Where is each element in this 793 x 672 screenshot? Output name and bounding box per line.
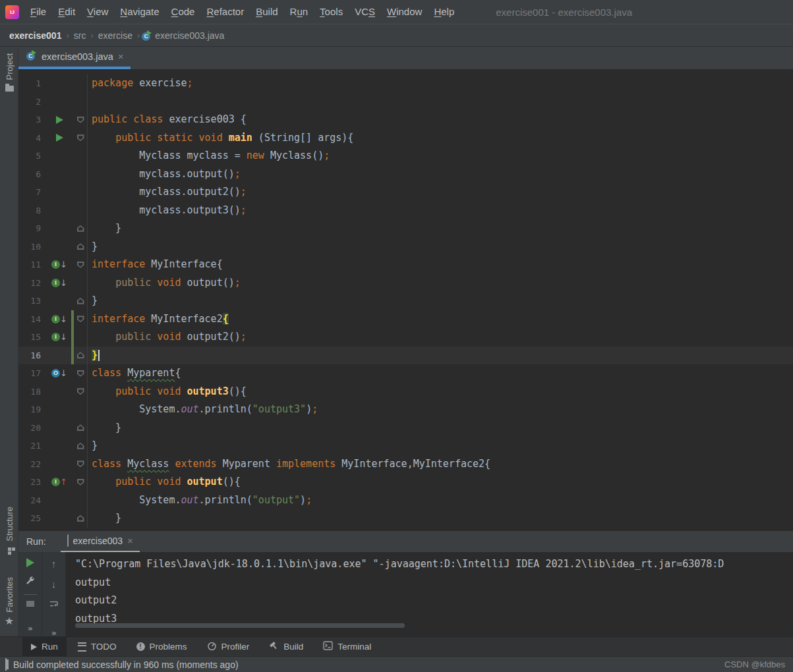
- close-icon[interactable]: ×: [118, 52, 124, 61]
- editor-line[interactable]: 1package exercise;: [18, 74, 793, 93]
- sidebar-item-project[interactable]: Project: [0, 53, 18, 92]
- menu-item-navigate[interactable]: Navigate: [114, 0, 165, 24]
- chevron-right-icon: ›: [64, 30, 71, 40]
- implemented-marker-icon: I↓: [51, 260, 67, 269]
- editor-line[interactable]: 24 System.out.println("output");: [18, 491, 793, 510]
- menu-item-view[interactable]: View: [81, 0, 114, 24]
- tool-window-button-profiler[interactable]: Profiler: [198, 637, 258, 656]
- menu-item-help[interactable]: Help: [428, 0, 460, 24]
- menu-item-build[interactable]: Build: [250, 0, 283, 24]
- editor-line[interactable]: 21}: [18, 437, 793, 455]
- menu-item-run[interactable]: Run: [284, 0, 314, 24]
- run-tab-exercise003[interactable]: exercise003 ×: [61, 531, 140, 553]
- breadcrumb-item[interactable]: exercise: [96, 30, 135, 41]
- gutter-icon-slot[interactable]: I↓: [47, 260, 71, 269]
- console-output[interactable]: "C:\Program Files\Java\jdk-18.0.1.1\bin\…: [66, 552, 793, 636]
- editor-line[interactable]: 23I↑ public void output(){: [18, 473, 793, 491]
- tool-window-button-terminal[interactable]: Terminal: [314, 637, 380, 656]
- line-number: 24: [18, 495, 47, 505]
- editor-line[interactable]: 15I↓ public void output2();: [18, 328, 793, 347]
- gutter-icon-slot[interactable]: I↑: [47, 477, 71, 487]
- soft-wrap-icon[interactable]: [49, 599, 59, 611]
- fold-marker-slot[interactable]: [74, 383, 88, 401]
- editor-line[interactable]: 22class Myclass extends Myparent impleme…: [18, 455, 793, 474]
- gutter-icon-slot[interactable]: O↓: [47, 368, 71, 378]
- rerun-icon[interactable]: [26, 558, 34, 567]
- fold-marker-slot[interactable]: [74, 437, 88, 455]
- menu-item-refactor[interactable]: Refactor: [200, 0, 250, 24]
- code-editor[interactable]: 1package exercise;23public class exercis…: [18, 69, 793, 530]
- editor-line[interactable]: 11I↓interface MyInterface{: [18, 256, 793, 274]
- editor-line[interactable]: 13}: [18, 292, 793, 310]
- editor-line[interactable]: 12I↓ public void output();: [18, 274, 793, 293]
- sidebar-item-structure[interactable]: Structure: [0, 507, 18, 551]
- editor-line[interactable]: 25 }: [18, 509, 793, 528]
- fold-marker-slot[interactable]: [74, 473, 88, 491]
- editor-line[interactable]: 19 System.out.println("output3");: [18, 401, 793, 419]
- fold-marker-slot[interactable]: [74, 419, 88, 437]
- fold-marker-slot: [74, 165, 88, 184]
- breadcrumb-item[interactable]: exercise001: [7, 30, 64, 41]
- editor-line[interactable]: 8 myclass.output3();: [18, 202, 793, 220]
- menu-item-tools[interactable]: Tools: [314, 0, 349, 24]
- tool-window-button-run[interactable]: Run: [22, 637, 67, 656]
- console-line: output: [75, 574, 793, 592]
- editor-line[interactable]: 3public class exercise003 {: [18, 111, 793, 129]
- tool-window-stripe: Project Structure Favorites ★: [0, 47, 18, 636]
- tool-window-button-todo[interactable]: TODO: [69, 637, 125, 656]
- menu-item-edit[interactable]: Edit: [52, 0, 81, 24]
- fold-marker-slot[interactable]: [74, 455, 88, 474]
- wrench-icon[interactable]: [25, 576, 35, 588]
- fold-marker-slot[interactable]: [74, 292, 88, 310]
- editor-line[interactable]: 4 public static void main (String[] args…: [18, 129, 793, 148]
- editor-line[interactable]: 7 myclass.output2();: [18, 183, 793, 202]
- gutter-icon-slot[interactable]: I↓: [47, 314, 71, 324]
- arrow-up-icon[interactable]: [51, 558, 57, 570]
- line-number: 5: [18, 151, 47, 161]
- gutter-icon-slot[interactable]: [47, 116, 71, 124]
- fold-marker-slot[interactable]: [74, 238, 88, 256]
- console-toolbar-right: [42, 552, 66, 636]
- fold-marker-slot[interactable]: [74, 256, 88, 274]
- fold-marker-slot[interactable]: [74, 364, 88, 383]
- editor-line[interactable]: 14I↓interface MyInterface2{: [18, 310, 793, 329]
- close-icon[interactable]: ×: [127, 536, 133, 546]
- fold-marker-slot[interactable]: [74, 347, 88, 365]
- code-text: public static void main (String[] args){: [88, 129, 793, 148]
- menu-item-window[interactable]: Window: [381, 0, 428, 24]
- sidebar-item-favorites[interactable]: Favorites ★: [0, 577, 18, 626]
- fold-marker-slot[interactable]: [74, 129, 88, 148]
- editor-line[interactable]: 5 Myclass myclass = new Myclass();: [18, 147, 793, 165]
- fold-marker-slot: [74, 202, 88, 220]
- editor-line[interactable]: 18 public void output3(){: [18, 383, 793, 401]
- gutter-icon-slot[interactable]: I↓: [47, 278, 71, 288]
- tool-window-button-build[interactable]: Build: [260, 637, 312, 656]
- editor-line[interactable]: 20 }: [18, 419, 793, 437]
- menu-item-file[interactable]: File: [24, 0, 52, 24]
- breadcrumb-item[interactable]: exercise003.java: [152, 30, 227, 41]
- arrow-down-icon[interactable]: [51, 578, 57, 590]
- editor-line[interactable]: 2: [18, 93, 793, 111]
- tool-window-button-problems[interactable]: Problems: [128, 637, 196, 656]
- fold-marker-slot[interactable]: [74, 509, 88, 528]
- fold-start-icon: [77, 370, 84, 377]
- editor-line[interactable]: 17O↓class Myparent{: [18, 364, 793, 383]
- gutter-icon-slot[interactable]: [47, 134, 71, 142]
- toolbar-divider: [24, 594, 37, 595]
- menu-item-code[interactable]: Code: [165, 0, 201, 24]
- line-number: 10: [18, 242, 47, 252]
- editor-line[interactable]: 16}: [18, 347, 793, 365]
- fold-marker-slot[interactable]: [74, 219, 88, 238]
- breadcrumb-item[interactable]: src: [71, 30, 89, 41]
- horizontal-scrollbar[interactable]: [75, 623, 405, 628]
- more-chevrons-icon[interactable]: [28, 624, 32, 633]
- gutter-icon-slot[interactable]: I↓: [47, 332, 71, 342]
- menu-item-vcs[interactable]: VCS: [349, 0, 381, 24]
- editor-line[interactable]: 9 }: [18, 219, 793, 238]
- editor-line[interactable]: 6 myclass.output();: [18, 165, 793, 184]
- tab-exercise003-java[interactable]: exercise003.java ×: [18, 47, 131, 69]
- fold-marker-slot[interactable]: [74, 310, 88, 329]
- stop-icon[interactable]: [26, 601, 34, 607]
- editor-line[interactable]: 10}: [18, 238, 793, 256]
- fold-marker-slot[interactable]: [74, 111, 88, 129]
